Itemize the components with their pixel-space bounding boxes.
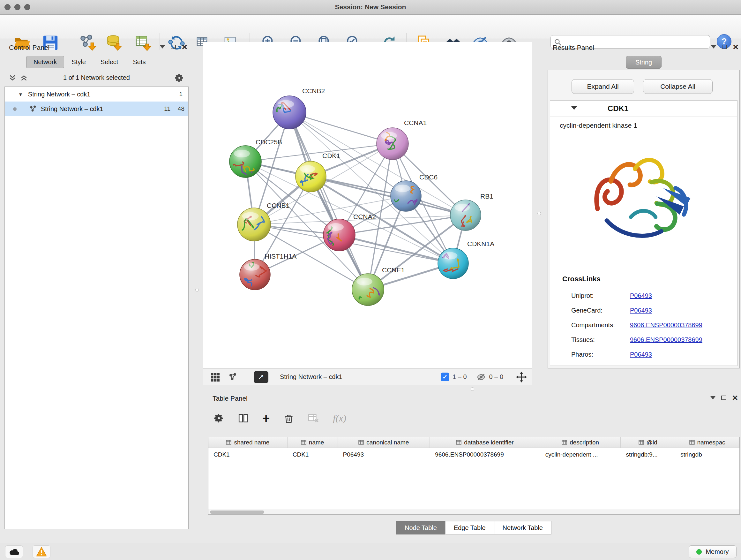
- column-header-description[interactable]: description: [540, 437, 621, 448]
- panel-float-icon[interactable]: [171, 45, 176, 49]
- column-header-canonical-name[interactable]: canonical name: [338, 437, 430, 448]
- network-options-gear-icon[interactable]: [175, 73, 184, 84]
- node-label-CCNB1: CCNB1: [267, 202, 289, 209]
- table-toolbar: + f(x): [207, 410, 741, 427]
- disclosure-triangle-icon[interactable]: ▼: [18, 91, 23, 97]
- protein-description: cyclin-dependent kinase 1: [560, 122, 637, 129]
- network-node-CCNB2[interactable]: CCNB2: [271, 87, 325, 129]
- warning-icon[interactable]: [32, 545, 51, 558]
- pan-crosshair-icon[interactable]: [516, 372, 527, 382]
- selected-checkbox-icon[interactable]: ✓: [441, 373, 449, 381]
- crosslink-link-tissues[interactable]: 9606.ENSP00000378699: [630, 336, 702, 344]
- show-columns-icon[interactable]: [238, 413, 248, 423]
- table-options-gear-icon[interactable]: [214, 413, 224, 423]
- column-header-database-identifier[interactable]: database identifier: [430, 437, 540, 448]
- network-node-CCNA1[interactable]: CCNA1: [377, 119, 427, 160]
- selected-count: 1 – 0: [453, 373, 467, 381]
- table-cell: stringdb:9...: [621, 448, 675, 461]
- table-cell: CDK1: [208, 448, 287, 461]
- scrollbar-thumb[interactable]: [210, 510, 264, 514]
- tab-style[interactable]: Style: [64, 56, 93, 68]
- network-node-RB1[interactable]: RB1: [450, 192, 493, 231]
- network-node-CDK1[interactable]: CDK1: [295, 152, 340, 192]
- panel-menu-icon[interactable]: [711, 396, 716, 399]
- birds-eye-grid-icon[interactable]: [211, 373, 219, 381]
- protein-structure-image: [582, 138, 706, 263]
- selection-status: 1 of 1 Network selected: [3, 74, 190, 81]
- node-label-CCNA1: CCNA1: [404, 119, 427, 126]
- table-tabs: Node TableEdge TableNetwork Table: [396, 521, 551, 535]
- tab-string[interactable]: String: [626, 56, 662, 69]
- crosslink-link-uniprot[interactable]: P06493: [630, 292, 652, 300]
- tab-network[interactable]: Network: [26, 56, 64, 68]
- splitter-handle[interactable]: [471, 387, 474, 391]
- crosslink-link-compartments[interactable]: 9606.ENSP00000378699: [630, 321, 702, 329]
- delete-column-trash-icon[interactable]: [284, 413, 294, 423]
- network-node-CDKN1A[interactable]: CDKN1A: [438, 240, 494, 279]
- title-bar: Session: New Session: [0, 0, 741, 15]
- network-edge-CCNB2-CCNE1[interactable]: [289, 112, 368, 290]
- panel-close-icon[interactable]: ×: [733, 44, 738, 50]
- crosslink-link-genecard[interactable]: P06493: [630, 307, 652, 314]
- collapse-all-button[interactable]: Collapse All: [643, 79, 713, 94]
- collection-label: String Network – cdk1: [28, 91, 91, 98]
- network-selection-row: 1 of 1 Network selected: [3, 71, 190, 85]
- splitter-handle[interactable]: [195, 288, 199, 292]
- protein-name: CDK1: [608, 104, 628, 113]
- crosslink-row-pharos: Pharos:P06493: [571, 347, 733, 362]
- tab-sets[interactable]: Sets: [125, 56, 153, 68]
- panel-float-icon[interactable]: [722, 45, 727, 49]
- memory-button[interactable]: Memory: [689, 545, 737, 558]
- node-label-RB1: RB1: [480, 192, 493, 200]
- crosslink-label-pharos: Pharos:: [571, 351, 630, 358]
- panel-close-icon[interactable]: ×: [182, 44, 187, 50]
- table-panel-title: Table Panel: [212, 395, 248, 402]
- column-header--id[interactable]: @id: [621, 437, 675, 448]
- panel-menu-icon[interactable]: [160, 45, 165, 49]
- column-header-namespac[interactable]: namespac: [675, 437, 739, 448]
- delete-table-icon-disabled: [308, 413, 319, 423]
- open-in-new-window-button[interactable]: ↗: [254, 371, 268, 383]
- network-canvas[interactable]: CCNB2CCNA1CDC25BCDK1CDC6RB1CCNB1CCNA2CDK…: [203, 42, 532, 368]
- network-row-selected[interactable]: String Network – cdk1 11 48: [5, 102, 188, 116]
- crosslink-label-genecard: GeneCard:: [571, 307, 630, 314]
- panel-close-icon[interactable]: ×: [732, 395, 738, 401]
- section-collapse-icon[interactable]: [571, 106, 577, 110]
- node-label-CDK1: CDK1: [322, 152, 340, 159]
- control-panel-title: Control Panel: [9, 44, 50, 51]
- table-cell: 9606.ENSP00000378699: [430, 448, 540, 461]
- crosslink-link-pharos[interactable]: P06493: [630, 351, 652, 358]
- network-glyph-icon[interactable]: [228, 373, 238, 381]
- panel-float-icon[interactable]: [721, 395, 726, 400]
- splitter-handle[interactable]: [537, 212, 541, 215]
- crosslink-row-compartments: Compartments:9606.ENSP00000378699: [571, 318, 733, 332]
- tab-network-table[interactable]: Network Table: [494, 521, 551, 535]
- table-cell: CDK1: [287, 448, 338, 461]
- results-panel: Results Panel × String Expand All Collap…: [546, 42, 741, 388]
- current-network-bullet-icon: [13, 107, 17, 111]
- node-label-CCNE1: CCNE1: [382, 266, 405, 273]
- network-node-HIST1H1A[interactable]: HIST1H1A: [240, 253, 296, 290]
- tab-select[interactable]: Select: [93, 56, 126, 68]
- table-row[interactable]: CDK1CDK1P064939606.ENSP00000378699cyclin…: [208, 448, 739, 461]
- network-collection-row[interactable]: ▼ String Network – cdk1 1: [5, 87, 188, 102]
- expand-all-button[interactable]: Expand All: [571, 79, 634, 94]
- column-header-name[interactable]: name: [287, 437, 338, 448]
- tab-node-table[interactable]: Node Table: [396, 521, 446, 535]
- node-count: 11: [156, 105, 171, 112]
- table-horizontal-scrollbar[interactable]: [208, 509, 739, 514]
- window-title: Session: New Session: [0, 3, 741, 11]
- network-glyph-icon: [29, 105, 37, 113]
- tab-edge-table[interactable]: Edge Table: [445, 521, 494, 535]
- cloud-icon[interactable]: [5, 545, 23, 558]
- network-view[interactable]: CCNB2CCNA1CDC25BCDK1CDC6RB1CCNB1CCNA2CDK…: [203, 42, 532, 368]
- panel-menu-icon[interactable]: [711, 45, 716, 49]
- hidden-eye-slash-icon[interactable]: [476, 372, 486, 382]
- create-column-plus-icon[interactable]: +: [262, 414, 270, 423]
- crosslink-row-uniprot: Uniprot:P06493: [571, 288, 733, 303]
- node-table: shared namenamecanonical namedatabase id…: [208, 437, 740, 515]
- column-header-shared-name[interactable]: shared name: [208, 437, 287, 448]
- protein-section-header[interactable]: CDK1: [550, 101, 737, 117]
- network-node-CCNB1[interactable]: CCNB1: [238, 202, 289, 241]
- node-label-HIST1H1A: HIST1H1A: [265, 253, 296, 260]
